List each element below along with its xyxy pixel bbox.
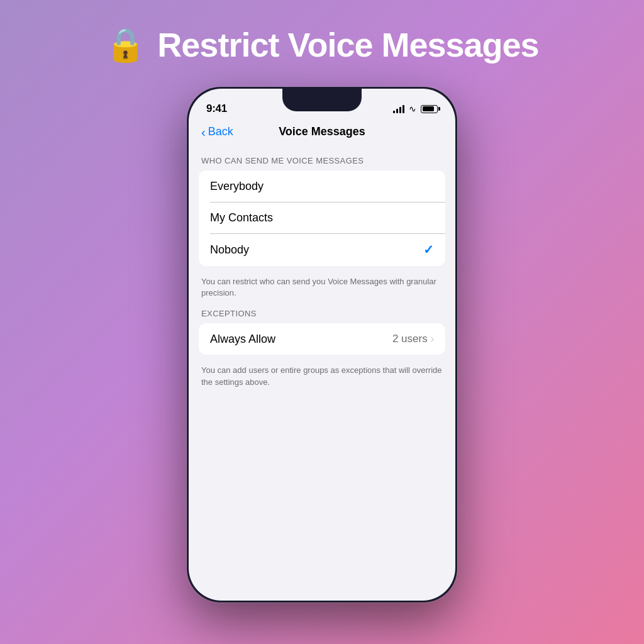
signal-icon: [393, 104, 404, 113]
bar2: [396, 109, 398, 113]
bar1: [393, 111, 395, 113]
status-time: 9:41: [206, 103, 227, 115]
nav-bar: ‹ Back Voice Messages: [189, 120, 455, 146]
nav-title: Voice Messages: [279, 125, 365, 138]
always-allow-row[interactable]: Always Allow 2 users ›: [199, 323, 445, 355]
option-my-contacts[interactable]: My Contacts: [199, 202, 445, 233]
settings-content: WHO CAN SEND ME VOICE MESSAGES Everybody…: [189, 146, 455, 408]
back-button-label: Back: [208, 125, 233, 138]
exceptions-section-group: Always Allow 2 users ›: [199, 323, 445, 355]
exceptions-section-label: EXCEPTIONS: [189, 309, 455, 323]
bar4: [402, 105, 404, 113]
back-chevron-icon: ‹: [201, 126, 206, 138]
always-allow-secondary: 2 users ›: [392, 333, 434, 345]
wifi-icon: ∿: [409, 104, 416, 114]
phone-screen: 9:41 ∿ ‹ Back Voice Messages: [189, 89, 455, 601]
always-allow-count: 2 users: [392, 333, 428, 345]
option-nobody[interactable]: Nobody ✓: [199, 233, 445, 266]
battery-fill: [423, 106, 435, 111]
lock-icon: 🔒: [105, 28, 146, 61]
bar3: [399, 107, 401, 113]
option-everybody[interactable]: Everybody: [199, 170, 445, 202]
back-button[interactable]: ‹ Back: [201, 125, 233, 138]
option-my-contacts-label: My Contacts: [210, 211, 273, 225]
always-allow-label: Always Allow: [210, 333, 275, 346]
who-section-label: WHO CAN SEND ME VOICE MESSAGES: [189, 156, 455, 170]
chevron-right-icon: ›: [431, 333, 434, 345]
page-title-row: 🔒 Restrict Voice Messages: [105, 25, 538, 64]
exceptions-section-footer: You can add users or entire groups as ex…: [189, 360, 455, 397]
phone-frame: 9:41 ∿ ‹ Back Voice Messages: [187, 87, 457, 602]
page-title: Restrict Voice Messages: [157, 25, 538, 64]
phone-notch: [282, 89, 362, 111]
status-icons: ∿: [393, 104, 438, 114]
option-nobody-label: Nobody: [210, 243, 249, 257]
battery-icon: [421, 105, 438, 113]
option-everybody-label: Everybody: [210, 180, 264, 193]
who-section-group: Everybody My Contacts Nobody ✓: [199, 170, 445, 266]
selected-checkmark-icon: ✓: [423, 242, 434, 257]
who-section-footer: You can restrict who can send you Voice …: [189, 271, 455, 309]
